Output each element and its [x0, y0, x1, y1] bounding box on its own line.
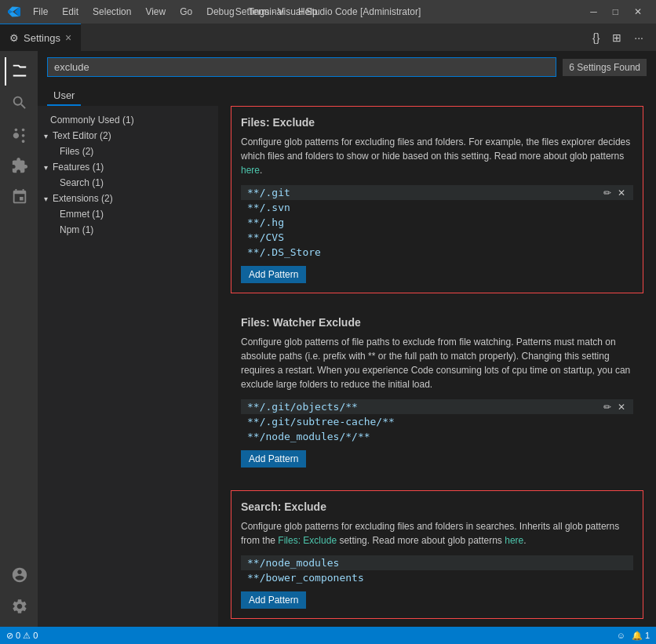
- delete-pattern-git[interactable]: ✕: [616, 187, 627, 198]
- activity-search[interactable]: [5, 89, 33, 117]
- sidebar-item-text-editor[interactable]: ▾ Text Editor (2): [38, 128, 218, 144]
- user-tab[interactable]: User: [47, 86, 81, 106]
- status-smiley[interactable]: ☺: [617, 631, 625, 640]
- sidebar-item-commonly-used[interactable]: Commonly Used (1): [38, 112, 218, 128]
- pattern-text-cvs: **/CVS: [247, 231, 627, 243]
- split-editor-button[interactable]: ⊞: [609, 30, 625, 45]
- files-exclude-patterns: **/.git ✏ ✕ **/.svn **/.hg: [241, 185, 633, 260]
- activity-remote[interactable]: [5, 183, 33, 211]
- files-exclude-add-pattern-button[interactable]: Add Pattern: [241, 266, 306, 283]
- status-bar-right: ☺ 🔔 1: [617, 631, 650, 641]
- pattern-row: **/node_modules: [241, 555, 633, 570]
- files-watcher-exclude-title: Files: Watcher Exclude: [241, 316, 633, 329]
- pattern-text-node-modules-search: **/node_modules: [247, 557, 627, 569]
- settings-tab[interactable]: ⚙ Settings ×: [0, 24, 81, 51]
- settings-tab-icon: ⚙: [9, 32, 19, 44]
- search-exclude-add-pattern-button[interactable]: Add Pattern: [241, 591, 306, 609]
- search-exclude-title: Search: Exclude: [241, 500, 633, 513]
- menu-edit[interactable]: Edit: [56, 5, 85, 19]
- pattern-text-node-modules-watcher: **/node_modules/*/**: [247, 431, 627, 442]
- bell-count: 1: [645, 631, 650, 640]
- search-count: 6 Settings Found: [563, 59, 647, 76]
- search-bar: 6 Settings Found: [38, 51, 656, 83]
- menu-go[interactable]: Go: [173, 5, 199, 19]
- pattern-row: **/.DS_Store: [241, 245, 633, 260]
- search-input[interactable]: [47, 57, 556, 77]
- tab-bar-actions: {} ⊞ ···: [589, 30, 656, 45]
- pattern-row: **/CVS: [241, 230, 633, 245]
- search-exclude-description: Configure glob patterns for excluding fi…: [241, 519, 633, 548]
- search-input-wrapper: [47, 57, 556, 77]
- files-watcher-exclude-description: Configure glob patterns of file paths to…: [241, 335, 633, 391]
- settings-content: Files: Exclude Configure glob patterns f…: [218, 106, 656, 627]
- user-tabs: User: [38, 83, 656, 106]
- pattern-text-hg: **/.hg: [247, 216, 627, 228]
- sidebar-item-emmet[interactable]: Emmet (1): [38, 206, 218, 222]
- edit-pattern-git[interactable]: ✏: [602, 187, 613, 198]
- smiley-icon: ☺: [617, 631, 625, 640]
- pattern-actions-git: ✏ ✕: [602, 187, 627, 198]
- close-button[interactable]: ✕: [628, 5, 648, 19]
- status-error-count[interactable]: ⊘ 0 ⚠ 0: [6, 631, 38, 641]
- status-bar-left: ⊘ 0 ⚠ 0: [6, 631, 38, 641]
- settings-sidebar: Commonly Used (1) ▾ Text Editor (2) File…: [38, 106, 218, 627]
- pattern-text-git-objects: **/.git/objects/**: [247, 401, 602, 413]
- pattern-text-ds-store: **/.DS_Store: [247, 246, 627, 258]
- pattern-text-svn: **/.svn: [247, 202, 627, 213]
- warning-icon: ⚠: [23, 631, 31, 641]
- pattern-text-git: **/.git: [247, 187, 602, 198]
- pattern-row: **/bower_components: [241, 570, 633, 585]
- files-exclude-title: Files: Exclude: [241, 116, 633, 129]
- files-label: Files (2): [60, 146, 93, 157]
- activity-source-control[interactable]: [5, 120, 33, 148]
- activity-bar: [0, 51, 38, 627]
- sidebar-item-extensions[interactable]: ▾ Extensions (2): [38, 191, 218, 206]
- minimize-button[interactable]: ─: [584, 5, 603, 19]
- menu-file[interactable]: File: [27, 5, 54, 19]
- pattern-row: **/.svn: [241, 200, 633, 215]
- edit-pattern-git-objects[interactable]: ✏: [602, 402, 613, 413]
- menu-view[interactable]: View: [139, 5, 172, 19]
- sidebar-item-commonly-used-label: Commonly Used (1): [50, 115, 134, 126]
- files-watcher-exclude-section: Files: Watcher Exclude Configure glob pa…: [231, 306, 643, 478]
- activity-bar-bottom: [5, 561, 33, 627]
- title-bar: File Edit Selection View Go Debug Termin…: [0, 0, 656, 24]
- sidebar-item-files[interactable]: Files (2): [38, 144, 218, 159]
- activity-settings-gear[interactable]: [5, 592, 33, 620]
- files-exclude-ref-link[interactable]: Files: Exclude: [278, 535, 337, 546]
- pattern-actions-git-objects: ✏ ✕: [602, 402, 627, 413]
- sidebar-item-search[interactable]: Search (1): [38, 175, 218, 191]
- search-label: Search (1): [60, 177, 104, 188]
- activity-explorer[interactable]: [5, 57, 33, 86]
- sidebar-item-features[interactable]: ▾ Features (1): [38, 159, 218, 175]
- search-exclude-link[interactable]: here: [505, 535, 523, 546]
- extensions-label: Extensions (2): [53, 193, 113, 204]
- menu-selection[interactable]: Selection: [86, 5, 137, 19]
- activity-extensions[interactable]: [5, 151, 33, 180]
- settings-tab-close[interactable]: ×: [65, 31, 71, 44]
- text-editor-arrow: ▾: [44, 132, 48, 140]
- error-count: 0: [16, 631, 20, 640]
- open-settings-json-button[interactable]: {}: [589, 30, 603, 45]
- window-controls[interactable]: ─ □ ✕: [584, 5, 648, 19]
- settings-wrapper: 6 Settings Found User Commonly Used (1) …: [38, 51, 656, 627]
- error-icon: ⊘: [6, 631, 13, 641]
- pattern-text-bower-components: **/bower_components: [247, 572, 627, 584]
- emmet-label: Emmet (1): [60, 209, 104, 220]
- files-exclude-link[interactable]: here: [241, 165, 260, 176]
- pattern-text-git-subtree: **/.git/subtree-cache/**: [247, 416, 627, 428]
- activity-accounts[interactable]: [5, 561, 33, 589]
- main-area: 6 Settings Found User Commonly Used (1) …: [0, 51, 656, 627]
- more-actions-button[interactable]: ···: [631, 30, 647, 45]
- text-editor-label: Text Editor (2): [53, 130, 111, 141]
- pattern-row: **/.git ✏ ✕: [241, 185, 633, 200]
- status-notifications[interactable]: 🔔 1: [632, 631, 650, 641]
- vscode-logo: [8, 5, 20, 18]
- pattern-row: **/.git/objects/** ✏ ✕: [241, 399, 633, 414]
- search-exclude-section: Search: Exclude Configure glob patterns …: [231, 490, 643, 619]
- sidebar-item-npm[interactable]: Npm (1): [38, 222, 218, 238]
- files-watcher-exclude-add-pattern-button[interactable]: Add Pattern: [241, 450, 306, 468]
- delete-pattern-git-objects[interactable]: ✕: [616, 402, 627, 413]
- settings-tab-label: Settings: [24, 32, 60, 44]
- maximize-button[interactable]: □: [607, 5, 625, 19]
